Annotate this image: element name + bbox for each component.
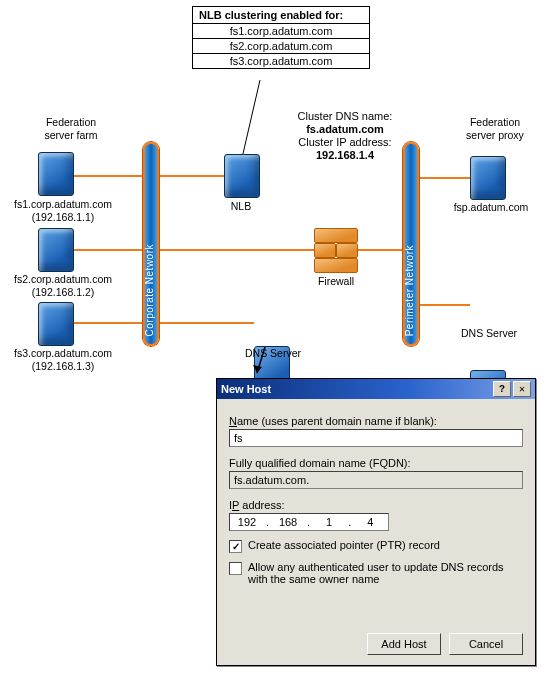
ptr-checkbox-row[interactable]: Create associated pointer (PTR) record (229, 539, 523, 553)
ip-octet-2[interactable] (271, 515, 305, 529)
svg-line-9 (242, 80, 260, 158)
name-input[interactable] (229, 429, 523, 447)
dns-server-corp-label: DNS Server (238, 347, 308, 360)
farm-label: Federation server farm (26, 116, 116, 142)
dialog-titlebar[interactable]: New Host ? ✕ (217, 379, 535, 399)
fqdn-field-label: Fully qualified domain name (FQDN): (229, 457, 523, 469)
close-button[interactable]: ✕ (513, 381, 531, 397)
nlb-host-row: fs2.corp.adatum.com (193, 39, 369, 54)
ptr-checkbox-label: Create associated pointer (PTR) record (248, 539, 440, 551)
arrow-to-dialog (253, 345, 273, 381)
cancel-button[interactable]: Cancel (449, 633, 523, 655)
ip-octet-4[interactable] (353, 515, 387, 529)
allow-update-checkbox-row[interactable]: Allow any authenticated user to update D… (229, 561, 523, 585)
dialog-new-host: New Host ? ✕ Name (uses parent domain na… (216, 378, 536, 666)
cluster-dns-value: fs.adatum.com (270, 123, 420, 136)
cluster-ip-value: 192.168.1.4 (270, 149, 420, 162)
dialog-title-text: New Host (221, 383, 271, 395)
perimeter-network-bar: Perimeter Network (403, 142, 419, 346)
cluster-ip-label: Cluster IP address: (270, 136, 420, 149)
server-fs3-caption: fs3.corp.adatum.com (192.168.1.3) (8, 347, 118, 373)
nlb-box-title: NLB clustering enabled for: (193, 7, 369, 24)
ptr-checkbox[interactable] (229, 540, 242, 553)
firewall-label: Firewall (308, 275, 364, 288)
nlb-clustering-box: NLB clustering enabled for: fs1.corp.ada… (192, 6, 370, 69)
server-fs2-caption: fs2.corp.adatum.com (192.168.1.2) (8, 273, 118, 299)
allow-update-checkbox[interactable] (229, 562, 242, 575)
cluster-dns-label: Cluster DNS name: (270, 110, 420, 123)
perimeter-network-label: Perimeter Network (404, 245, 415, 336)
server-nlb-icon (224, 154, 260, 198)
server-fs1-icon (38, 152, 74, 196)
server-fs3-icon (38, 302, 74, 346)
corporate-network-label: Corporate Network (144, 244, 155, 336)
ip-address-input[interactable]: . . . (229, 513, 389, 531)
server-fs1-caption: fs1.corp.adatum.com (192.168.1.1) (8, 198, 118, 224)
svg-marker-11 (253, 365, 262, 373)
dns-server-perim-label: DNS Server (452, 327, 526, 340)
server-fsp-caption: fsp.adatum.com (446, 201, 536, 214)
firewall-icon (314, 228, 358, 272)
ip-octet-3[interactable] (312, 515, 346, 529)
help-button[interactable]: ? (493, 381, 511, 397)
name-field-label: Name (uses parent domain name if blank): (229, 415, 523, 427)
nlb-host-row: fs1.corp.adatum.com (193, 24, 369, 39)
add-host-button[interactable]: Add Host (367, 633, 441, 655)
corporate-network-bar: Corporate Network (143, 142, 159, 346)
ip-field-label: IP address: (229, 499, 523, 511)
allow-update-checkbox-label: Allow any authenticated user to update D… (248, 561, 518, 585)
server-fsp-icon (470, 156, 506, 200)
proxy-label: Federation server proxy (450, 116, 540, 142)
cluster-info: Cluster DNS name: fs.adatum.com Cluster … (270, 110, 420, 162)
nlb-host-row: fs3.corp.adatum.com (193, 54, 369, 68)
nlb-label: NLB (216, 200, 266, 213)
fqdn-input (229, 471, 523, 489)
server-fs2-icon (38, 228, 74, 272)
ip-octet-1[interactable] (230, 515, 264, 529)
